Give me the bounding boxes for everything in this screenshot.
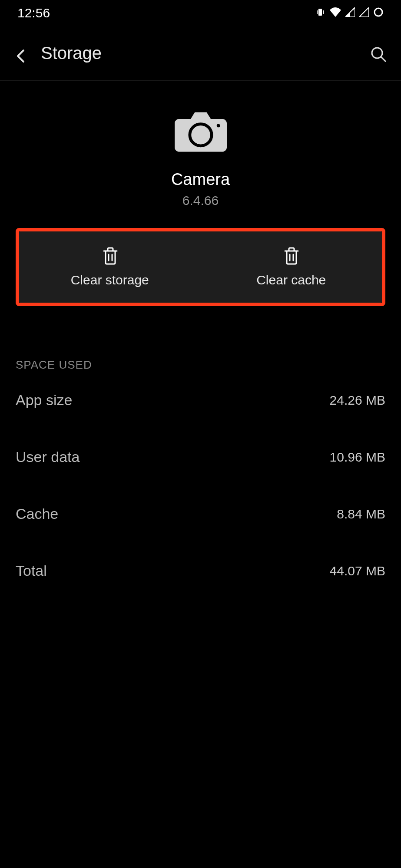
back-icon[interactable] xyxy=(16,49,25,58)
svg-text:x: x xyxy=(352,7,354,11)
info-value: 24.26 MB xyxy=(330,393,385,408)
app-version: 6.4.66 xyxy=(182,193,219,208)
info-value: 44.07 MB xyxy=(330,564,385,578)
signal-icon-1: x xyxy=(345,7,355,19)
camera-icon xyxy=(175,107,227,155)
status-bar: 12:56 x xyxy=(0,0,401,26)
vibrate-icon xyxy=(315,7,325,19)
header-left: Storage xyxy=(16,43,102,63)
wifi-icon xyxy=(330,7,341,19)
clear-cache-label: Clear cache xyxy=(256,273,326,287)
search-icon[interactable] xyxy=(370,46,385,61)
svg-point-4 xyxy=(374,8,382,16)
info-label: Cache xyxy=(16,505,58,522)
loading-circle-icon xyxy=(373,7,384,19)
trash-icon xyxy=(283,247,299,264)
status-time: 12:56 xyxy=(17,6,50,20)
svg-line-6 xyxy=(381,57,385,61)
svg-rect-0 xyxy=(318,9,322,16)
info-row-cache: Cache 8.84 MB xyxy=(16,485,385,542)
info-row-user-data: User data 10.96 MB xyxy=(16,429,385,485)
action-panel-highlight: Clear storage Clear cache xyxy=(16,228,385,306)
clear-storage-label: Clear storage xyxy=(71,273,149,287)
svg-point-8 xyxy=(216,124,220,128)
status-icons: x xyxy=(315,7,384,19)
info-label: Total xyxy=(16,562,47,579)
page-title: Storage xyxy=(41,43,102,63)
clear-cache-button[interactable]: Clear cache xyxy=(201,231,382,303)
svg-rect-1 xyxy=(317,10,318,14)
clear-storage-button[interactable]: Clear storage xyxy=(19,231,201,303)
info-row-total: Total 44.07 MB xyxy=(16,542,385,599)
header: Storage xyxy=(0,26,401,81)
svg-rect-2 xyxy=(323,10,324,14)
section-header: SPACE USED xyxy=(0,306,401,372)
app-name: Camera xyxy=(171,170,230,189)
info-label: User data xyxy=(16,449,80,465)
signal-icon-2 xyxy=(359,7,369,19)
trash-icon xyxy=(102,247,118,264)
action-panel: Clear storage Clear cache xyxy=(19,231,382,303)
info-label: App size xyxy=(16,392,72,409)
info-row-app-size: App size 24.26 MB xyxy=(16,372,385,429)
app-info: Camera 6.4.66 xyxy=(0,81,401,208)
info-value: 8.84 MB xyxy=(337,507,385,521)
space-used-list: App size 24.26 MB User data 10.96 MB Cac… xyxy=(0,372,401,599)
info-value: 10.96 MB xyxy=(330,450,385,465)
